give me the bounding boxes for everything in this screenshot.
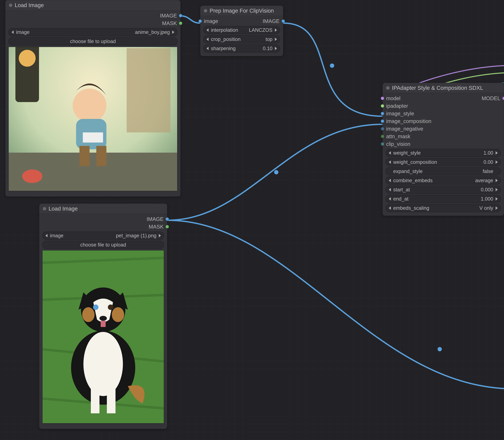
chevron-left-icon[interactable] xyxy=(389,151,391,155)
node-header[interactable]: Load Image xyxy=(39,204,167,214)
io-row-model: model MODEL xyxy=(383,95,504,102)
widget-start-at[interactable]: start_at 0.000 xyxy=(386,186,501,194)
node-title: IPAdapter Style & Composition SDXL xyxy=(392,85,483,91)
widget-expand-style[interactable]: expand_style false xyxy=(386,167,501,175)
chevron-right-icon[interactable] xyxy=(275,38,277,41)
widget-image-file[interactable]: image pet_image (1).png xyxy=(42,232,164,240)
chevron-right-icon[interactable] xyxy=(496,188,498,191)
node-title: Prep Image For ClipVision xyxy=(210,8,274,14)
svg-point-26 xyxy=(99,316,107,321)
chevron-right-icon[interactable] xyxy=(496,179,498,182)
port-out-model[interactable] xyxy=(502,96,504,100)
collapse-dot-icon[interactable] xyxy=(43,207,46,210)
svg-point-28 xyxy=(82,307,95,322)
chevron-left-icon[interactable] xyxy=(206,47,209,50)
image-preview xyxy=(8,47,177,191)
image-preview xyxy=(42,250,164,424)
chevron-right-icon[interactable] xyxy=(159,234,161,237)
input-clip-vision[interactable]: clip_vision xyxy=(383,140,504,148)
chevron-right-icon[interactable] xyxy=(275,28,277,32)
collapse-dot-icon[interactable] xyxy=(386,86,390,90)
widget-embeds-scaling[interactable]: embeds_scaling V only xyxy=(386,204,501,212)
svg-point-20 xyxy=(83,332,123,396)
node-load-image-2[interactable]: Load Image IMAGE MASK image pet_image (1… xyxy=(39,204,167,429)
svg-rect-10 xyxy=(79,146,90,166)
widget-weight-composition[interactable]: weight_composition 0.00 xyxy=(386,158,501,166)
widget-image-file[interactable]: image anime_boy.jpeg xyxy=(8,28,177,36)
svg-point-8 xyxy=(73,89,107,122)
port-in-image-negative[interactable] xyxy=(381,127,384,130)
chevron-left-icon[interactable] xyxy=(389,188,391,191)
svg-point-24 xyxy=(93,304,98,310)
output-mask[interactable]: MASK xyxy=(39,223,167,231)
svg-rect-7 xyxy=(127,48,170,132)
io-row: image IMAGE xyxy=(200,17,283,25)
port-out-image[interactable] xyxy=(282,19,285,23)
svg-rect-11 xyxy=(96,146,107,166)
chevron-right-icon[interactable] xyxy=(275,47,277,50)
chevron-right-icon[interactable] xyxy=(496,206,498,210)
output-image[interactable]: IMAGE xyxy=(39,215,167,223)
output-image[interactable]: IMAGE xyxy=(5,12,180,19)
node-title: Load Image xyxy=(49,206,78,212)
svg-rect-12 xyxy=(83,132,103,143)
node-header[interactable]: IPAdapter Style & Composition SDXL xyxy=(383,83,504,93)
chevron-left-icon[interactable] xyxy=(12,30,14,34)
input-image-negative[interactable]: image_negative xyxy=(383,125,504,133)
widget-crop-position[interactable]: crop_position top xyxy=(203,35,280,43)
input-attn-mask[interactable]: attn_mask xyxy=(383,133,504,140)
svg-point-25 xyxy=(108,304,113,310)
input-ipadapter[interactable]: ipadapter xyxy=(383,102,504,110)
port-in-image-composition[interactable] xyxy=(381,119,384,123)
input-image-composition[interactable]: image_composition xyxy=(383,117,504,125)
widget-end-at[interactable]: end_at 1.000 xyxy=(386,195,501,203)
port-in-model[interactable] xyxy=(381,96,384,100)
node-prep-image[interactable]: Prep Image For ClipVision image IMAGE in… xyxy=(200,5,283,56)
chevron-left-icon[interactable] xyxy=(389,197,391,201)
widget-combine-embeds[interactable]: combine_embeds average xyxy=(386,177,501,185)
chevron-left-icon[interactable] xyxy=(45,234,48,237)
port-in-attn-mask[interactable] xyxy=(381,135,384,138)
svg-rect-22 xyxy=(107,389,115,413)
port-in-image-style[interactable] xyxy=(381,112,384,115)
node-header[interactable]: Load Image xyxy=(5,0,180,11)
input-image-style[interactable]: image_style xyxy=(383,110,504,117)
chevron-right-icon[interactable] xyxy=(496,160,498,164)
port-out-image[interactable] xyxy=(165,217,169,221)
node-header[interactable]: Prep Image For ClipVision xyxy=(200,6,283,16)
node-title: Load Image xyxy=(15,2,44,8)
svg-rect-27 xyxy=(101,321,106,327)
port-out-mask[interactable] xyxy=(179,22,182,25)
collapse-dot-icon[interactable] xyxy=(204,9,207,13)
output-mask[interactable]: MASK xyxy=(5,19,180,27)
upload-button[interactable]: choose file to upload xyxy=(42,241,164,249)
port-in-image[interactable] xyxy=(198,19,202,23)
svg-point-29 xyxy=(112,307,124,322)
widget-weight-style[interactable]: weight_style 1.00 xyxy=(386,149,501,157)
svg-rect-21 xyxy=(91,389,99,413)
node-ipadapter-style-composition[interactable]: IPAdapter Style & Composition SDXL model… xyxy=(382,83,504,216)
svg-point-6 xyxy=(19,50,36,67)
collapse-dot-icon[interactable] xyxy=(9,3,12,7)
svg-point-13 xyxy=(22,169,42,183)
node-load-image-1[interactable]: Load Image IMAGE MASK image anime_boy.jp… xyxy=(5,0,181,197)
widget-sharpening[interactable]: sharpening 0.10 xyxy=(203,44,280,53)
port-out-image[interactable] xyxy=(179,14,182,17)
port-out-mask[interactable] xyxy=(165,225,169,228)
chevron-left-icon[interactable] xyxy=(389,179,391,182)
chevron-right-icon[interactable] xyxy=(496,151,498,155)
chevron-right-icon[interactable] xyxy=(172,30,174,34)
port-in-clip-vision[interactable] xyxy=(381,142,384,146)
port-in-ipadapter[interactable] xyxy=(381,104,384,108)
chevron-right-icon[interactable] xyxy=(496,197,498,201)
chevron-left-icon[interactable] xyxy=(206,28,209,32)
chevron-left-icon[interactable] xyxy=(206,38,209,41)
chevron-left-icon[interactable] xyxy=(389,160,391,164)
chevron-left-icon[interactable] xyxy=(389,206,391,210)
widget-interpolation[interactable]: interpolation LANCZOS xyxy=(203,26,280,34)
upload-button[interactable]: choose file to upload xyxy=(8,37,177,45)
